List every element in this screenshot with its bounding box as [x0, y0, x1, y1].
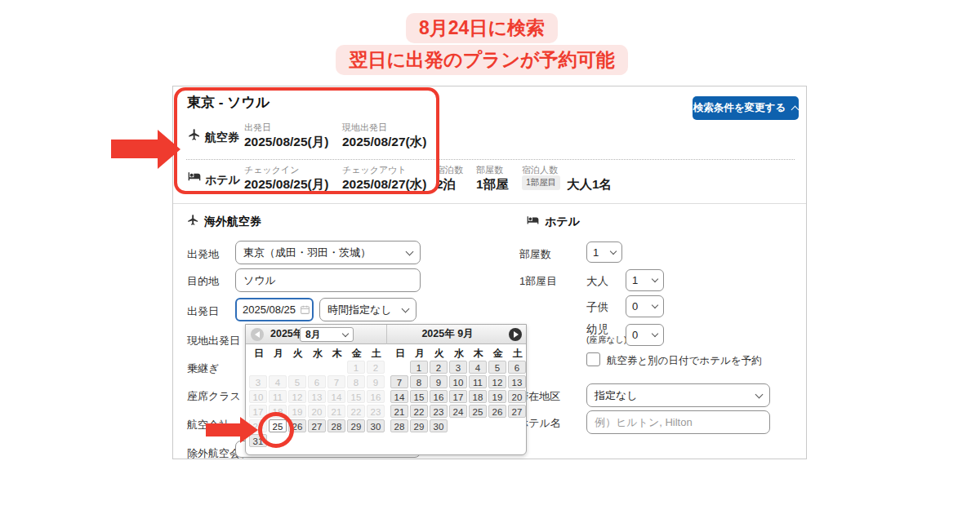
date-picker-popup: 2025年 8月 2025年 9月 日月火水木金土123456789101112…: [245, 324, 527, 455]
change-search-conditions-button[interactable]: 検索条件を変更する: [693, 96, 799, 120]
return-date-value: 2025/08/27(水): [342, 134, 426, 151]
calendar-day-13[interactable]: 13: [508, 375, 526, 388]
airplane-icon: [188, 128, 201, 141]
chevron-down-icon: [406, 247, 414, 255]
infant-select[interactable]: 0: [626, 324, 664, 346]
calendar-day-3[interactable]: 3: [449, 361, 467, 374]
calendar-day-22[interactable]: 22: [410, 405, 428, 418]
return-date-label: 現地出発日: [342, 122, 387, 134]
child-select[interactable]: 0: [626, 295, 664, 317]
calendar-day-7[interactable]: 7: [390, 375, 408, 388]
calendar-day-2: 2: [367, 361, 385, 374]
weekday-label: 木: [469, 346, 488, 361]
calendar-day-9: 9: [367, 375, 385, 388]
checkin-value: 2025/08/25(月): [244, 176, 328, 193]
calendar-day-3: 3: [249, 375, 267, 388]
separate-dates-checkbox[interactable]: [586, 352, 600, 366]
next-month-button[interactable]: [509, 328, 522, 341]
dotted-divider: [186, 159, 795, 160]
calendar-day-10: 10: [249, 390, 267, 403]
adult-label: 大人: [586, 274, 608, 289]
calendar-day-9[interactable]: 9: [430, 375, 448, 388]
dep-date-input[interactable]: 2025/08/25: [235, 298, 314, 321]
calendar-day-21[interactable]: 21: [390, 405, 408, 418]
calendar-day-6[interactable]: 6: [508, 361, 526, 374]
chevron-down-icon: [610, 247, 617, 254]
child-label: 子供: [586, 300, 608, 315]
checkin-label: チェックイン: [244, 164, 300, 176]
calendar-day-11[interactable]: 11: [469, 375, 487, 388]
calendar-day-16[interactable]: 16: [430, 390, 448, 403]
calendar-icon: [300, 304, 310, 315]
infant-note: (座席なし): [586, 335, 627, 346]
destination-input[interactable]: ソウル: [235, 268, 421, 292]
calendar-day-30[interactable]: 30: [430, 419, 448, 432]
calendar-day-14: 14: [327, 390, 345, 403]
calendar-day-12[interactable]: 12: [488, 375, 506, 388]
calendar-day-29[interactable]: 29: [410, 419, 428, 432]
calendar-day-19: 19: [288, 405, 306, 418]
calendar-day-24[interactable]: 24: [449, 405, 467, 418]
weekday-label: 月: [410, 346, 430, 361]
destination-label: 目的地: [187, 274, 219, 289]
departure-select[interactable]: 東京（成田・羽田・茨城）: [235, 241, 421, 264]
hotel-rooms-select[interactable]: 1: [586, 241, 622, 263]
weekday-label: 木: [327, 346, 347, 361]
calendar-day-20[interactable]: 20: [508, 390, 526, 403]
calendar-day-27[interactable]: 27: [308, 419, 326, 432]
calendar-day-11: 11: [269, 390, 287, 403]
dep-date-field-label: 出発日: [187, 304, 219, 319]
calendar-day-28[interactable]: 28: [390, 419, 408, 432]
annotation-line-1: 8月24日に検索: [406, 13, 558, 43]
calendar-day-21: 21: [327, 405, 345, 418]
hotel-rooms-label: 部屋数: [519, 247, 551, 262]
calendar-day-17[interactable]: 17: [449, 390, 467, 403]
weekday-label: 水: [308, 346, 327, 361]
calendar-month-august: 日月火水木金土123456789101112131415161718192021…: [249, 346, 386, 449]
calendar-day-23[interactable]: 23: [430, 405, 448, 418]
calendar-month-value: 8月: [305, 328, 321, 342]
calendar-day-28[interactable]: 28: [327, 419, 345, 432]
calendar-day-25[interactable]: 25: [269, 419, 287, 432]
calendar-day-7: 7: [327, 375, 345, 388]
child-value: 0: [632, 300, 638, 312]
calendar-month-select[interactable]: 8月: [300, 327, 354, 342]
page: 8月24日に検索 翌日に出発のプランが予約可能 東京 - ソウル 検索条件を変更…: [0, 0, 980, 514]
weekday-header: 日月火水木金土: [390, 346, 528, 361]
calendar-day-10[interactable]: 10: [449, 375, 467, 388]
calendar-day-18[interactable]: 18: [469, 390, 487, 403]
prev-month-button: [251, 328, 264, 341]
calendar-day-5[interactable]: 5: [488, 361, 506, 374]
calendar-day-15[interactable]: 15: [410, 390, 428, 403]
dep-date-label: 出発日: [244, 122, 271, 134]
calendar-day-26[interactable]: 26: [288, 419, 306, 432]
chevron-down-icon: [402, 304, 410, 312]
time-select[interactable]: 時間指定なし: [319, 298, 416, 321]
time-select-value: 時間指定なし: [327, 303, 392, 317]
calendar-day-8: 8: [347, 375, 365, 388]
calendar-day-19[interactable]: 19: [488, 390, 506, 403]
calendar-next-month-title: 2025年 9月: [386, 325, 509, 343]
calendar-day-25[interactable]: 25: [469, 405, 487, 418]
change-search-conditions-label: 検索条件を変更する: [693, 101, 786, 115]
calendar-day-29[interactable]: 29: [347, 419, 365, 432]
weekday-label: 水: [449, 346, 469, 361]
calendar-day-4[interactable]: 4: [469, 361, 487, 374]
calendar-day-1[interactable]: 1: [410, 361, 428, 374]
date-picker-header: 2025年 8月 2025年 9月: [246, 325, 526, 344]
calendar-day-27[interactable]: 27: [508, 405, 526, 418]
calendar-day-4: 4: [269, 375, 287, 388]
calendar-day-8[interactable]: 8: [410, 375, 428, 388]
calendar-day-26[interactable]: 26: [488, 405, 506, 418]
section-divider: [173, 203, 806, 204]
hotel-rooms-value: 1: [593, 246, 599, 259]
adult-select[interactable]: 1: [626, 269, 664, 291]
calendar-day-2[interactable]: 2: [430, 361, 448, 374]
calendar-day-23: 23: [367, 405, 385, 418]
calendar-day-30[interactable]: 30: [367, 419, 385, 432]
calendar-day-14[interactable]: 14: [390, 390, 408, 403]
area-select[interactable]: 指定なし: [586, 383, 770, 407]
arrow-right-icon: [514, 331, 519, 338]
dep-date-input-value: 2025/08/25: [243, 304, 296, 316]
hotel-name-input[interactable]: 例）ヒルトン, Hilton: [586, 410, 770, 434]
